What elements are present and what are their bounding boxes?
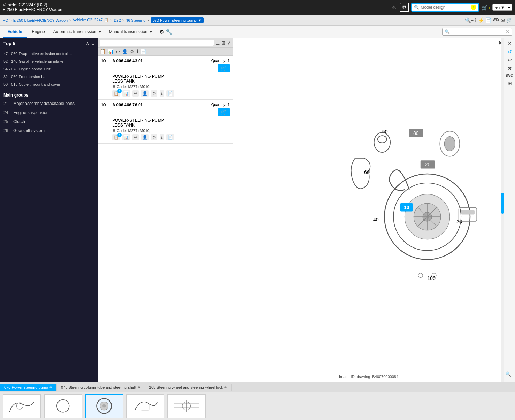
copy-icon[interactable]: ⧉: [400, 3, 409, 12]
action-undo-icon[interactable]: ↩: [116, 49, 120, 54]
tab-icon1[interactable]: ⚙: [159, 29, 164, 35]
edit-icon[interactable]: ✏: [49, 385, 52, 389]
diagram-svg: 50 80 60 20: [233, 38, 504, 382]
diagram-layout-icon[interactable]: ⊞: [508, 81, 512, 86]
group-item-0[interactable]: 21Major assembly detachable parts: [0, 99, 98, 108]
action-table-icon[interactable]: 📊: [108, 49, 114, 54]
thumbnail-1[interactable]: [44, 394, 82, 418]
model-search-input[interactable]: [421, 5, 469, 10]
part-settings-icon[interactable]: ⚙: [151, 90, 157, 97]
tab-icon2[interactable]: 🔧: [166, 29, 172, 35]
breadcrumb-vehicle-id[interactable]: Vehicle: C212247 📋: [73, 18, 109, 22]
breadcrumb-pc[interactable]: PC: [3, 18, 8, 22]
thumb-tab-0[interactable]: 070 Power-steering pump ✏: [0, 384, 57, 391]
add-to-cart-button[interactable]: 🛒: [218, 108, 230, 116]
wis-icon[interactable]: WIS: [493, 17, 499, 23]
part-undo-icon[interactable]: ↩: [132, 90, 139, 97]
diagram-scrollbar[interactable]: [501, 38, 504, 382]
breadcrumb-d22[interactable]: D22: [114, 18, 121, 22]
zoom-in-icon[interactable]: 🔍+: [465, 17, 474, 23]
group-item-1[interactable]: 24Engine suspension: [0, 108, 98, 117]
diagram-svg-icon[interactable]: SVG: [506, 74, 513, 78]
diagram-refresh-icon[interactable]: ↺: [508, 49, 512, 54]
thumbnail-3[interactable]: [126, 394, 164, 418]
part-file-icon[interactable]: 📄: [166, 134, 174, 140]
action-user-icon[interactable]: 👤: [122, 49, 128, 54]
thumb-tab-1[interactable]: 075 Steering column tube and steering sh…: [57, 384, 145, 391]
document-icon[interactable]: 📄: [485, 17, 491, 23]
thumbnail-0[interactable]: [3, 394, 41, 418]
diagram-scrollbar-thumb[interactable]: [501, 193, 504, 214]
top5-item-1[interactable]: 52 - 140 Gasoline vehicle air intake: [0, 58, 98, 65]
collapse-all-icon[interactable]: «: [91, 40, 94, 46]
part-name: POWER-STEERING PUMP: [112, 118, 230, 123]
top5-item-0[interactable]: 47 - 060 Evaporative emission control ..…: [0, 50, 98, 58]
thumb-tab-2[interactable]: 105 Steering wheel and steering wheel lo…: [145, 384, 232, 391]
top5-item-4[interactable]: 50 - 015 Cooler, mount and cover: [0, 81, 98, 88]
cart-button[interactable]: 🛒+: [481, 4, 490, 11]
part-doc-icon[interactable]: 📋1: [112, 134, 120, 140]
diagram-close-x-icon[interactable]: ✕: [508, 40, 512, 46]
language-select[interactable]: en ▼: [492, 4, 512, 11]
expand-icon[interactable]: ⤢: [227, 40, 231, 46]
list-view-icon[interactable]: ☰: [215, 40, 220, 46]
part-info-icon[interactable]: ℹ: [160, 90, 164, 97]
part-code: A 006 466 76 01: [112, 102, 211, 107]
tab-vehicle[interactable]: Vehicle: [3, 26, 27, 38]
cart-icon[interactable]: 🛒: [506, 17, 512, 23]
group-item-2[interactable]: 25Clutch: [0, 117, 98, 126]
warning-icon[interactable]: ⚠: [390, 3, 398, 12]
part-user-icon[interactable]: 👤: [141, 90, 149, 97]
tab-search-input[interactable]: [450, 29, 506, 34]
diagram-cross-icon[interactable]: ✖: [508, 66, 512, 71]
breadcrumb-steering[interactable]: 46 Steering: [126, 18, 145, 22]
label-30: 30: [456, 219, 462, 224]
main-groups-label: Main groups: [0, 90, 98, 99]
part-undo-icon[interactable]: ↩: [132, 134, 139, 140]
part-detail: ⊞ Code: M271+M010;: [112, 128, 230, 133]
top5-item-3[interactable]: 32 - 060 Front torsion bar: [0, 73, 98, 81]
edit-icon[interactable]: ✏: [138, 385, 140, 389]
tab-manual-transmission[interactable]: Manual transmission ▼: [106, 26, 156, 37]
part-chart-icon[interactable]: 📊: [122, 134, 130, 140]
action-info-icon[interactable]: ℹ: [137, 49, 138, 54]
diagram-zoom-out-icon[interactable]: 🔍−: [505, 371, 514, 377]
group-item-3[interactable]: 26Gearshift system: [0, 126, 98, 135]
sidebar-controls: ∧ «: [86, 40, 94, 46]
add-to-cart-button[interactable]: 🛒: [218, 64, 230, 72]
part-user-icon[interactable]: 👤: [141, 134, 149, 140]
thumbnail-4[interactable]: [167, 394, 206, 418]
tab-automatic-transmission[interactable]: Automatic transmission ▼: [50, 26, 106, 37]
mail-icon[interactable]: ✉: [501, 17, 505, 23]
parts-search-input[interactable]: [100, 40, 214, 46]
part-name: POWER-STEERING PUMP: [112, 74, 230, 79]
sidebar-title: Top 5: [3, 41, 15, 46]
action-settings-icon[interactable]: ⚙: [130, 49, 134, 54]
edit-icon[interactable]: ✏: [224, 385, 227, 389]
parts-panel: ☰ ⊞ ⤢ 📋 📊 ↩ 👤 ⚙ ℹ 📄 10 A 006 466 43 01 Q…: [98, 38, 233, 382]
part-file-icon[interactable]: 📄: [166, 90, 174, 97]
info-icon[interactable]: ℹ: [475, 17, 477, 23]
action-file-icon[interactable]: 📄: [140, 49, 146, 54]
tab-search-box: 🔍 ✕: [442, 28, 512, 36]
part-info-icon[interactable]: ℹ: [160, 134, 164, 140]
diagram-back-icon[interactable]: ↩: [508, 57, 512, 63]
clear-search-icon[interactable]: ✕: [506, 29, 510, 35]
action-doc-icon[interactable]: 📋: [100, 49, 106, 54]
sidebar-header: Top 5 ∧ «: [0, 38, 98, 48]
part-chart-icon[interactable]: 📊: [122, 90, 130, 97]
group-label: Major assembly detachable parts: [13, 101, 75, 106]
breadcrumb-vehicle-model[interactable]: E 250 BlueEFFICIENCY Wagon: [13, 18, 68, 22]
part-code: A 006 466 43 01: [112, 59, 211, 63]
filter-icon[interactable]: ⚡: [478, 17, 484, 23]
svg-point-5: [444, 137, 455, 151]
part-doc-icon[interactable]: 📋1: [112, 90, 120, 97]
tab-engine[interactable]: Engine: [27, 26, 49, 38]
collapse-icon[interactable]: ∧: [86, 40, 89, 46]
table-icon: ⊞: [112, 84, 115, 89]
part-settings-icon[interactable]: ⚙: [151, 134, 157, 140]
top5-item-2[interactable]: 54 - 078 Engine control unit: [0, 65, 98, 73]
thumbnail-2[interactable]: [85, 394, 123, 418]
breadcrumb-current[interactable]: 070 Power-steering pump ▼: [151, 17, 204, 23]
grid-view-icon[interactable]: ⊞: [221, 40, 225, 46]
